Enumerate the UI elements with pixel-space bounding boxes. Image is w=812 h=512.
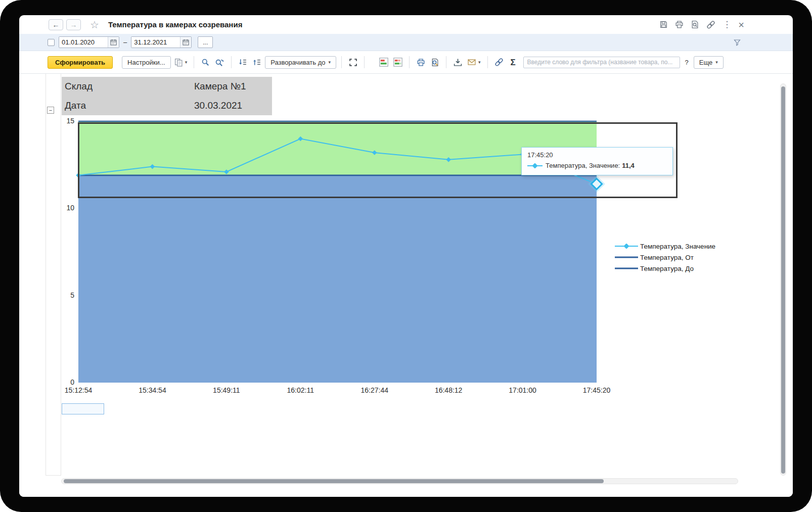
- forward-arrow-icon: →: [70, 21, 77, 28]
- tooltip-series-label: Температура, Значение:: [546, 162, 620, 169]
- back-button[interactable]: ←: [49, 19, 63, 30]
- email-icon: [467, 58, 476, 66]
- stacked-chart-icon: [393, 58, 402, 67]
- close-button[interactable]: ×: [738, 20, 744, 30]
- report-variants-button[interactable]: ▾: [173, 56, 189, 69]
- filter-button[interactable]: [733, 38, 741, 46]
- period-checkbox[interactable]: [48, 39, 55, 46]
- window-menu-button[interactable]: ⋮: [723, 20, 731, 29]
- selected-cell[interactable]: [62, 403, 104, 414]
- search-next-icon: [215, 58, 224, 67]
- settings-button[interactable]: Настройки...: [122, 56, 171, 69]
- help-button[interactable]: ?: [682, 59, 692, 66]
- series-marker-icon: [527, 163, 543, 168]
- generate-button[interactable]: Сформировать: [48, 56, 113, 69]
- download-icon: [454, 58, 462, 67]
- back-arrow-icon: ←: [53, 21, 60, 28]
- save-button[interactable]: [659, 20, 668, 29]
- period-options-button[interactable]: ...: [198, 36, 213, 48]
- tooltip-series-row: Температура, Значение: 11,4: [527, 162, 667, 169]
- report-variants-icon: [174, 58, 183, 67]
- report-header-row: Склад Камера №1: [62, 77, 272, 96]
- window-title: Температура в камерах созревания: [108, 20, 242, 29]
- collapse-groups-button[interactable]: [237, 56, 249, 69]
- printer-icon: [417, 58, 425, 67]
- group-collapse-toggle[interactable]: −: [47, 107, 54, 114]
- calendar-icon: [183, 39, 189, 45]
- collapse-groups-icon: [239, 58, 247, 67]
- more-button[interactable]: Еще ▾: [694, 56, 724, 69]
- toolbar-separator: [231, 56, 232, 68]
- quick-filter-input[interactable]: [523, 57, 680, 68]
- legend-item: Температура, Значение: [615, 241, 715, 252]
- caret-down-icon: ▾: [185, 60, 188, 65]
- horizontal-scrollbar-thumb[interactable]: [64, 479, 604, 483]
- bar-chart-icon: [379, 58, 388, 67]
- tooltip-time: 17:45:20: [527, 151, 667, 159]
- calendar-icon: [110, 39, 117, 45]
- date-to-input[interactable]: [131, 37, 180, 48]
- get-link-button[interactable]: [493, 56, 505, 69]
- chart-type-stacked-button[interactable]: [392, 56, 404, 69]
- expand-to-label: Разворачивать до: [270, 59, 325, 66]
- kebab-menu-icon: ⋮: [723, 20, 731, 29]
- legend-item: Температура, До: [615, 263, 715, 274]
- save-icon: [659, 20, 668, 29]
- favorite-star-icon[interactable]: ☆: [90, 20, 99, 30]
- toolbar-separator: [409, 56, 410, 68]
- caret-down-icon: ▾: [329, 60, 331, 65]
- expand-to-button[interactable]: Разворачивать до ▾: [265, 56, 336, 69]
- sigma-icon: Σ: [510, 58, 515, 67]
- date-to-calendar-button[interactable]: [180, 37, 191, 48]
- expand-groups-button[interactable]: [251, 56, 263, 69]
- more-label: Еще: [699, 59, 712, 66]
- chart-tooltip: 17:45:20 Температура, Значение: 11,4: [521, 147, 673, 175]
- print-button-titlebar[interactable]: [675, 20, 684, 29]
- print-preview-icon: [431, 58, 439, 67]
- report-header-label: Дата: [62, 100, 194, 111]
- date-to-field: [131, 36, 192, 48]
- totals-button[interactable]: Σ: [507, 56, 519, 69]
- link-icon: [706, 20, 715, 29]
- report-header-value: 30.03.2021: [194, 100, 242, 111]
- legend-line-diamond-icon: [615, 244, 638, 249]
- link-icon: [494, 58, 504, 67]
- legend-item: Температура, От: [615, 252, 715, 263]
- print-button[interactable]: [415, 56, 427, 69]
- save-file-button[interactable]: [452, 56, 464, 69]
- device-frame: ← → ☆ Температура в камерах созревания ⋮…: [0, 0, 812, 512]
- tooltip-value: 11,4: [622, 162, 635, 169]
- fullscreen-button[interactable]: [347, 56, 359, 69]
- search-button[interactable]: [199, 56, 211, 69]
- printer-icon: [675, 20, 684, 29]
- horizontal-scrollbar[interactable]: [61, 478, 738, 484]
- toolbar-separator: [364, 56, 365, 68]
- report-area: − Склад Камера №1 Дата 30.03.2021 051015…: [19, 74, 793, 497]
- date-from-field: [59, 36, 119, 48]
- print-preview-button[interactable]: [429, 56, 441, 69]
- legend-label: Температура, До: [640, 265, 694, 272]
- search-next-button[interactable]: [213, 56, 226, 69]
- fullscreen-icon: [349, 58, 357, 67]
- report-header-table[interactable]: Склад Камера №1 Дата 30.03.2021: [62, 77, 272, 115]
- date-from-input[interactable]: [59, 37, 108, 48]
- filter-funnel-icon: [733, 38, 741, 46]
- report-header-row: Дата 30.03.2021: [62, 96, 272, 115]
- period-filter-row: – ...: [19, 34, 793, 51]
- caret-down-icon: ▾: [478, 60, 481, 65]
- caret-down-icon: ▾: [715, 60, 718, 65]
- report-toolbar: Сформировать Настройки... ▾: [19, 51, 793, 74]
- expand-groups-icon: [253, 58, 261, 67]
- forward-button[interactable]: →: [66, 19, 81, 30]
- vertical-scrollbar-thumb[interactable]: [781, 86, 785, 474]
- document-magnifier-icon: [691, 20, 699, 29]
- chart-legend: Температура, Значение Температура, От Те…: [615, 241, 715, 274]
- legend-label: Температура, Значение: [640, 243, 715, 250]
- vertical-scrollbar[interactable]: [780, 83, 786, 476]
- date-from-calendar-button[interactable]: [108, 37, 119, 48]
- chart-type-button[interactable]: [378, 56, 390, 69]
- get-link-button-titlebar[interactable]: [706, 20, 715, 29]
- send-email-button[interactable]: ▾: [466, 56, 482, 69]
- preview-button[interactable]: [691, 20, 699, 29]
- legend-line-icon: [615, 255, 638, 260]
